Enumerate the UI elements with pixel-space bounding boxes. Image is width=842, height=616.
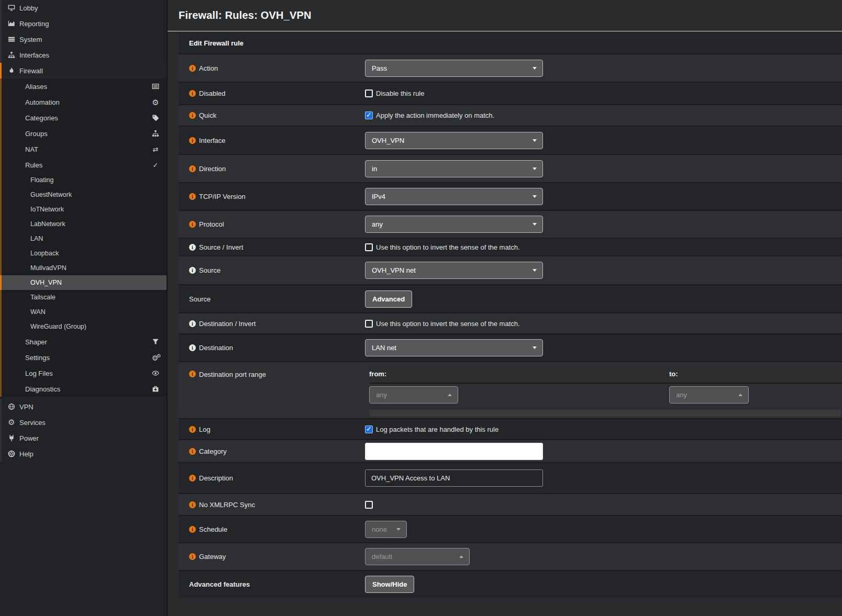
selected-value: any	[370, 391, 387, 399]
sidebar-item-categories[interactable]: Categories	[0, 110, 167, 126]
info-icon[interactable]: i	[189, 65, 196, 72]
source-select[interactable]: OVH_VPN net	[365, 262, 543, 279]
info-icon[interactable]: i	[189, 244, 196, 251]
sidebar-item-log-files[interactable]: Log Files	[0, 365, 167, 381]
sidebar-item-power[interactable]: Power	[0, 430, 167, 446]
field-label: Protocol	[199, 220, 224, 228]
port-from-cell: any	[369, 386, 669, 404]
sidebar-item-lobby[interactable]: Lobby	[0, 0, 167, 16]
sidebar-item-system[interactable]: System	[0, 31, 167, 47]
disabled-checkbox[interactable]	[365, 89, 373, 97]
info-icon[interactable]: i	[189, 165, 196, 172]
sidebar-item-interfaces[interactable]: Interfaces	[0, 47, 167, 63]
sidebar-item-labnetwork[interactable]: LabNetwork	[0, 217, 167, 231]
info-icon[interactable]: i	[189, 475, 196, 481]
field-label: No XMLRPC Sync	[199, 501, 255, 509]
info-icon[interactable]: i	[189, 90, 196, 97]
sidebar-item-label: WireGuard (Group)	[30, 323, 86, 330]
sidebar-item-mullvadvpn[interactable]: MullvadVPN	[0, 261, 167, 275]
gateway-select[interactable]: default	[365, 548, 470, 565]
filter-funnel-icon	[151, 338, 160, 346]
sidebar-item-guestnetwork[interactable]: GuestNetwork	[0, 187, 167, 202]
info-icon[interactable]: i	[189, 501, 196, 508]
schedule-select[interactable]: none	[365, 521, 407, 538]
advanced-button[interactable]: Advanced	[365, 290, 412, 308]
sidebar-item-diagnostics[interactable]: Diagnostics	[0, 381, 167, 397]
sidebar-item-lan[interactable]: LAN	[0, 231, 167, 246]
row-label-cell: iSource	[179, 256, 365, 284]
sidebar-item-services[interactable]: ⚙Services	[0, 415, 167, 430]
form-row-advanced-features: Advanced featuresShow/Hide	[179, 570, 842, 598]
sidebar-item-vpn[interactable]: VPN	[0, 399, 167, 415]
direction-select[interactable]: in	[365, 160, 543, 177]
form-row-destination: iDestinationLAN net	[179, 333, 842, 361]
sidebar-item-label: Rules	[25, 161, 42, 169]
selected-value: OVH_VPN	[365, 137, 404, 144]
info-icon[interactable]: i	[189, 221, 196, 228]
info-icon[interactable]: i	[189, 193, 196, 200]
category-input[interactable]	[365, 443, 543, 460]
sidebar-item-iotnetwork[interactable]: IoTNetwork	[0, 202, 167, 217]
port-from-select[interactable]: any	[369, 386, 458, 404]
sidebar-item-ovh-vpn[interactable]: OVH_VPN	[0, 275, 167, 290]
description-input[interactable]	[365, 469, 543, 487]
log-checkbox[interactable]: ✓	[365, 425, 373, 433]
sidebar-item-wan[interactable]: WAN	[0, 305, 167, 319]
info-icon[interactable]: i	[189, 371, 196, 377]
sitemap-icon	[7, 51, 16, 59]
source-invert-checkbox-group: Use this option to invert the sense of t…	[365, 243, 520, 251]
sidebar-item-label: Log Files	[25, 369, 53, 377]
sidebar-item-tailscale[interactable]: Tailscale	[0, 290, 167, 305]
no-xmlrpc-sync-checkbox[interactable]	[365, 501, 373, 509]
info-icon[interactable]: i	[189, 267, 196, 274]
sidebar-item-rules[interactable]: Rules✓	[0, 157, 167, 173]
eye-icon	[151, 369, 160, 377]
field-label: Gateway	[199, 553, 226, 561]
form-row-category: iCategory	[179, 439, 842, 462]
info-icon[interactable]: i	[189, 344, 196, 351]
info-icon[interactable]: i	[189, 320, 196, 327]
quick-checkbox[interactable]: ✓	[365, 111, 373, 119]
sidebar-item-groups[interactable]: Groups	[0, 126, 167, 141]
sidebar-item-wireguard-group[interactable]: WireGuard (Group)	[0, 319, 167, 334]
sidebar-item-settings[interactable]: Settings⚙⚙	[0, 350, 167, 365]
info-icon[interactable]: i	[189, 526, 196, 533]
sidebar: LobbyReportingSystemInterfacesFirewallAl…	[0, 0, 168, 616]
sidebar-item-aliases[interactable]: Aliases	[0, 79, 167, 94]
sidebar-item-help[interactable]: Help	[0, 446, 167, 462]
tcp-ip-version-select[interactable]: IPv4	[365, 188, 543, 205]
sidebar-item-nat[interactable]: NAT⇄	[0, 141, 167, 157]
sidebar-item-floating[interactable]: Floating	[0, 173, 167, 187]
action-select[interactable]: Pass	[365, 60, 543, 77]
destination-select[interactable]: LAN net	[365, 339, 543, 356]
port-to-select[interactable]: any	[669, 386, 749, 404]
destination-invert-checkbox[interactable]	[365, 320, 373, 328]
row-control-cell: default	[365, 543, 842, 570]
info-icon[interactable]: i	[189, 137, 196, 144]
sidebar-item-automation[interactable]: Automation⚙	[0, 94, 167, 110]
title-divider	[168, 31, 842, 31]
sidebar-item-reporting[interactable]: Reporting	[0, 16, 167, 31]
field-label: Source / Invert	[199, 243, 243, 251]
info-icon[interactable]: i	[189, 448, 196, 455]
row-label-cell: iDisabled	[179, 83, 365, 104]
show-hide-button[interactable]: Show/Hide	[365, 576, 414, 593]
sidebar-item-loopback[interactable]: Loopback	[0, 246, 167, 261]
info-icon[interactable]: i	[189, 426, 196, 433]
chevron-down-icon	[533, 167, 537, 170]
horizontal-scrollbar[interactable]	[369, 410, 841, 417]
sidebar-item-label: Tailscale	[30, 294, 56, 301]
interface-select[interactable]: OVH_VPN	[365, 132, 543, 149]
check-icon: ✓	[151, 161, 160, 169]
sidebar-item-firewall[interactable]: Firewall	[0, 63, 167, 79]
field-label: Direction	[199, 165, 226, 173]
sidebar-item-label: LAN	[30, 235, 43, 242]
info-icon[interactable]: i	[189, 553, 196, 560]
info-icon[interactable]: i	[189, 112, 196, 119]
row-label-cell: iCategory	[179, 440, 365, 462]
protocol-select[interactable]: any	[365, 216, 543, 233]
field-label: Quick	[199, 111, 216, 119]
sidebar-item-shaper[interactable]: Shaper	[0, 334, 167, 350]
row-label-cell: Advanced features	[179, 571, 365, 598]
source-invert-checkbox[interactable]	[365, 243, 373, 251]
